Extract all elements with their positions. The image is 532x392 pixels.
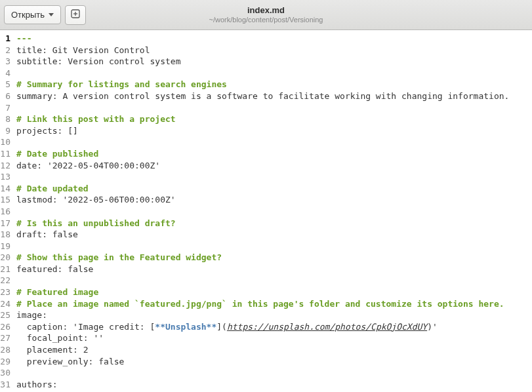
line-number: 10 (0, 136, 12, 148)
chevron-down-icon (49, 13, 54, 16)
code-line[interactable]: preview_only: false (16, 356, 509, 368)
code-line[interactable]: title: Git Version Control (16, 45, 509, 56)
code-line[interactable]: summary: A version control system is a s… (16, 90, 509, 102)
code-line[interactable] (16, 241, 509, 252)
line-number: 26 (0, 321, 12, 333)
line-number: 16 (0, 206, 12, 218)
code-line[interactable] (16, 171, 509, 183)
code-line[interactable]: image: (16, 309, 509, 321)
line-number: 31 (0, 379, 12, 391)
line-number: 18 (0, 229, 12, 241)
code-line[interactable]: date: '2022-05-04T00:00:00Z' (16, 160, 509, 172)
code-area[interactable]: ---title: Git Version Controlsubtitle: V… (14, 30, 509, 392)
line-number: 1 (0, 33, 12, 45)
line-number: 22 (0, 275, 12, 286)
line-number: 7 (0, 102, 12, 114)
line-number: 11 (0, 148, 12, 160)
new-tab-button[interactable] (65, 5, 86, 25)
code-line[interactable]: # Link this post with a project (16, 113, 509, 125)
line-number: 19 (0, 241, 12, 252)
line-number: 4 (0, 68, 12, 79)
line-number-gutter: 1234567891011121314151617181920212223242… (0, 30, 14, 392)
code-line[interactable]: # Show this page in the Featured widget? (16, 252, 509, 264)
code-line[interactable]: # Date published (16, 148, 509, 160)
line-number: 3 (0, 56, 12, 68)
code-line[interactable]: featured: false (16, 264, 509, 275)
open-button[interactable]: Открыть (4, 5, 61, 24)
new-tab-icon (70, 9, 81, 21)
line-number: 29 (0, 356, 12, 368)
code-line[interactable]: # Is this an unpublished draft? (16, 218, 509, 229)
line-number: 24 (0, 298, 12, 310)
code-line[interactable]: # Date updated (16, 183, 509, 195)
line-number: 25 (0, 309, 12, 321)
line-number: 28 (0, 344, 12, 356)
code-line[interactable]: projects: [] (16, 125, 509, 137)
code-line[interactable]: # Summary for listings and search engine… (16, 79, 509, 90)
code-line[interactable]: focal_point: '' (16, 332, 509, 344)
line-number: 27 (0, 332, 12, 344)
line-number: 9 (0, 125, 12, 137)
open-button-label: Открыть (11, 10, 45, 20)
code-line[interactable]: placement: 2 (16, 344, 509, 356)
editor[interactable]: 1234567891011121314151617181920212223242… (0, 30, 532, 392)
code-line[interactable]: # Place an image named `featured.jpg/png… (16, 298, 509, 310)
line-number: 13 (0, 171, 12, 183)
line-number: 20 (0, 252, 12, 264)
code-line[interactable]: draft: false (16, 229, 509, 241)
code-line[interactable]: lastmod: '2022-05-06T00:00:00Z' (16, 194, 509, 206)
code-line[interactable]: subtitle: Version control system (16, 56, 509, 68)
code-line[interactable]: caption: 'Image credit: [**Unsplash**](h… (16, 321, 509, 333)
code-line[interactable] (16, 206, 509, 218)
line-number: 8 (0, 113, 12, 125)
line-number: 30 (0, 367, 12, 379)
code-line[interactable] (16, 68, 509, 79)
code-line[interactable]: authors: (16, 379, 509, 391)
code-line[interactable]: --- (16, 33, 509, 45)
titlebar: Открыть index.md ~/work/blog/content/pos… (0, 0, 532, 30)
code-line[interactable]: # Featured image (16, 286, 509, 298)
file-path: ~/work/blog/content/post/Versioning (135, 16, 398, 24)
code-line[interactable] (16, 102, 509, 114)
titlebar-left: Открыть (4, 5, 86, 25)
line-number: 5 (0, 79, 12, 90)
title-area: index.md ~/work/blog/content/post/Versio… (135, 5, 398, 24)
code-line[interactable] (16, 275, 509, 286)
line-number: 6 (0, 90, 12, 102)
line-number: 15 (0, 194, 12, 206)
code-line[interactable] (16, 367, 509, 379)
line-number: 23 (0, 286, 12, 298)
line-number: 2 (0, 45, 12, 56)
line-number: 17 (0, 218, 12, 229)
line-number: 14 (0, 183, 12, 195)
code-line[interactable] (16, 136, 509, 148)
line-number: 12 (0, 160, 12, 172)
line-number: 21 (0, 264, 12, 275)
file-name: index.md (135, 5, 398, 16)
